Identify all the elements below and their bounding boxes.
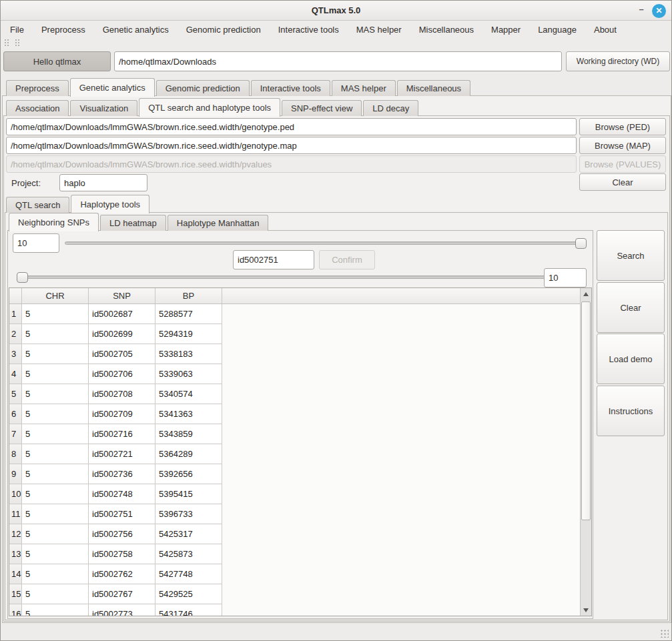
close-icon[interactable]: ✕: [652, 4, 666, 18]
tab-association[interactable]: Association: [6, 100, 69, 116]
snp-column-header[interactable]: SNP: [89, 288, 155, 303]
tab-qtl-search[interactable]: QTL search: [6, 197, 69, 213]
chr-cell[interactable]: 5: [22, 344, 89, 364]
snp-cell[interactable]: id5002687: [89, 304, 155, 324]
bp-cell[interactable]: 5427748: [155, 564, 222, 584]
chr-cell[interactable]: 5: [22, 384, 89, 404]
snp-cell[interactable]: id5002762: [89, 564, 155, 584]
tab-ld-heatmap[interactable]: LD heatmap: [100, 215, 166, 231]
bp-cell[interactable]: 5339063: [155, 364, 222, 384]
table-row[interactable]: 13 5 id5002758 5425873: [9, 544, 580, 564]
tab-qtl-search-haplotype[interactable]: QTL search and haplotype tools: [139, 98, 280, 117]
chr-cell[interactable]: 5: [22, 464, 89, 484]
chr-cell[interactable]: 5: [22, 304, 89, 324]
tab-preprocess[interactable]: Preprocess: [6, 80, 69, 96]
drag-grip-icon[interactable]: [15, 39, 20, 47]
table-row[interactable]: 5 5 id5002708 5340574: [9, 384, 580, 404]
table-vertical-scrollbar[interactable]: [580, 288, 591, 616]
browse-ped-button[interactable]: Browse (PED): [579, 118, 666, 135]
tab-mas-helper[interactable]: MAS helper: [332, 80, 396, 96]
table-row[interactable]: 12 5 id5002756 5425317: [9, 524, 580, 544]
working-directory-input[interactable]: /home/qtlmax/Downloads: [114, 51, 562, 71]
bp-cell[interactable]: 5364289: [155, 444, 222, 464]
tab-haplotype-manhattan[interactable]: Haplotype Manhattan: [167, 215, 269, 231]
left-neighbor-slider[interactable]: [65, 241, 585, 245]
chr-cell[interactable]: 5: [22, 604, 89, 616]
table-row[interactable]: 9 5 id5002736 5392656: [9, 464, 580, 484]
snp-cell[interactable]: id5002773: [89, 604, 155, 616]
chr-cell[interactable]: 5: [22, 444, 89, 464]
menu-item[interactable]: Preprocess: [41, 25, 85, 35]
bp-cell[interactable]: 5341363: [155, 404, 222, 424]
chr-cell[interactable]: 5: [22, 484, 89, 504]
bp-cell[interactable]: 5338183: [155, 344, 222, 364]
chr-cell[interactable]: 5: [22, 424, 89, 444]
tab-ld-decay[interactable]: LD decay: [363, 100, 418, 116]
map-path-input[interactable]: /home/qtlmax/Downloads/lmmGWAS/brown.ric…: [6, 137, 577, 154]
menu-item[interactable]: Genomic prediction: [186, 25, 261, 35]
clear-paths-button[interactable]: Clear: [579, 173, 666, 191]
snp-cell[interactable]: id5002758: [89, 544, 155, 564]
snp-cell[interactable]: id5002721: [89, 444, 155, 464]
left-neighbor-count-input[interactable]: 10: [13, 233, 59, 253]
right-neighbor-count-input[interactable]: 10: [544, 268, 587, 287]
snp-id-input[interactable]: id5002751: [233, 250, 314, 269]
scroll-up-icon[interactable]: [581, 288, 591, 299]
instructions-button[interactable]: Instructions: [597, 386, 665, 436]
menu-item[interactable]: Mapper: [491, 25, 521, 35]
table-row[interactable]: 7 5 id5002716 5343859: [9, 424, 580, 444]
bp-column-header[interactable]: BP: [155, 288, 222, 303]
bp-cell[interactable]: 5425317: [155, 524, 222, 544]
menu-item[interactable]: MAS helper: [356, 25, 402, 35]
chr-cell[interactable]: 5: [22, 324, 89, 344]
table-row[interactable]: 2 5 id5002699 5294319: [9, 324, 580, 344]
table-row[interactable]: 14 5 id5002762 5427748: [9, 564, 580, 584]
drag-grip-icon[interactable]: [4, 39, 9, 47]
snp-cell[interactable]: id5002708: [89, 384, 155, 404]
scrollbar-thumb[interactable]: [581, 301, 591, 520]
menu-item[interactable]: Miscellaneous: [419, 25, 474, 35]
tab-neighboring-snps[interactable]: Neighboring SNPs: [9, 213, 99, 231]
working-directory-button[interactable]: Working directory (WD): [566, 51, 670, 71]
menu-item[interactable]: Interactive tools: [278, 25, 339, 35]
table-row[interactable]: 11 5 id5002751 5396733: [9, 504, 580, 524]
tab-miscellaneous[interactable]: Miscellaneous: [397, 80, 470, 96]
bp-cell[interactable]: 5429525: [155, 584, 222, 604]
chr-cell[interactable]: 5: [22, 364, 89, 384]
snp-cell[interactable]: id5002706: [89, 364, 155, 384]
chr-cell[interactable]: 5: [22, 524, 89, 544]
bp-cell[interactable]: 5395415: [155, 484, 222, 504]
snp-cell[interactable]: id5002756: [89, 524, 155, 544]
snp-cell[interactable]: id5002716: [89, 424, 155, 444]
table-row[interactable]: 1 5 id5002687 5288577: [9, 304, 580, 324]
chr-cell[interactable]: 5: [22, 504, 89, 524]
menu-item[interactable]: About: [594, 25, 617, 35]
tab-genomic-prediction[interactable]: Genomic prediction: [156, 80, 250, 96]
menu-item[interactable]: Language: [538, 25, 577, 35]
bp-cell[interactable]: 5343859: [155, 424, 222, 444]
menu-item[interactable]: File: [10, 25, 24, 35]
ped-path-input[interactable]: /home/qtlmax/Downloads/lmmGWAS/brown.ric…: [6, 118, 577, 135]
chr-cell[interactable]: 5: [22, 584, 89, 604]
left-neighbor-slider-handle[interactable]: [575, 238, 587, 249]
tab-genetic-analytics[interactable]: Genetic analytics: [70, 78, 155, 97]
snp-cell[interactable]: id5002709: [89, 404, 155, 424]
bp-cell[interactable]: 5340574: [155, 384, 222, 404]
load-demo-button[interactable]: Load demo: [597, 334, 665, 384]
snp-cell[interactable]: id5002748: [89, 484, 155, 504]
table-row[interactable]: 15 5 id5002767 5429525: [9, 584, 580, 604]
right-neighbor-slider-handle[interactable]: [17, 272, 28, 283]
tab-interactive-tools[interactable]: Interactive tools: [251, 80, 330, 96]
chr-column-header[interactable]: CHR: [22, 288, 89, 303]
resize-grip-icon[interactable]: [660, 629, 669, 638]
clear-button[interactable]: Clear: [597, 282, 665, 333]
search-button[interactable]: Search: [597, 230, 665, 281]
table-row[interactable]: 16 5 id5002773 5431746: [9, 604, 580, 616]
table-row[interactable]: 3 5 id5002705 5338183: [9, 344, 580, 364]
bp-cell[interactable]: 5288577: [155, 304, 222, 324]
bp-cell[interactable]: 5294319: [155, 324, 222, 344]
table-row[interactable]: 6 5 id5002709 5341363: [9, 404, 580, 424]
menu-item[interactable]: Genetic analytics: [103, 25, 169, 35]
table-row[interactable]: 4 5 id5002706 5339063: [9, 364, 580, 384]
browse-map-button[interactable]: Browse (MAP): [579, 137, 666, 154]
